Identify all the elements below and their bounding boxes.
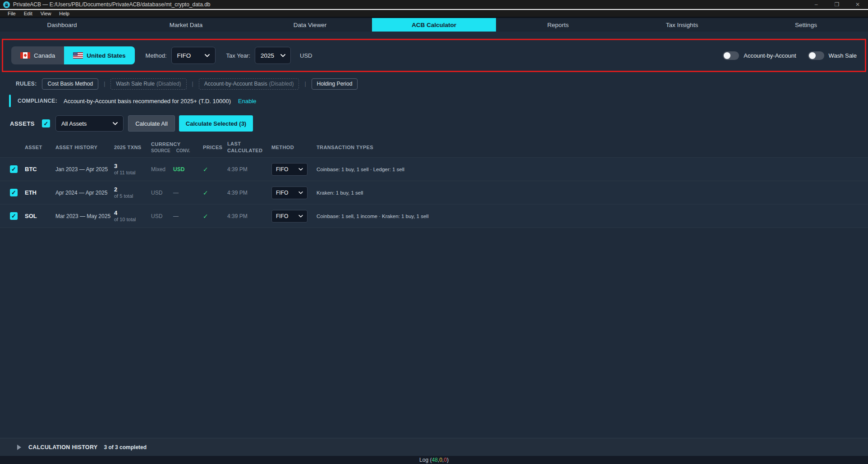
compliance-row: COMPLIANCE: Account-by-Account basis rec… [0,94,868,108]
prices-ok-icon: ✓ [203,213,227,220]
last-calculated-time: 4:39 PM [227,213,271,219]
calculator-settings-toolbar: Canada United States [2,39,866,72]
rule-chip-cost-basis[interactable]: Cost Basis Method [42,78,98,90]
rules-row: RULES: Cost Basis Method | Wash Sale Rul… [0,76,868,92]
calculate-all-button[interactable]: Calculate All [128,115,175,132]
prices-ok-icon: ✓ [203,189,227,196]
rule-separator: | [192,81,193,87]
assets-table-header: ASSET ASSET HISTORY 2025 TXNS CURRENCY S… [0,137,868,158]
tab-tax-insights[interactable]: Tax Insights [620,18,744,32]
col-header-txns: 2025 TXNS [114,145,151,150]
log-passed-count: 48 [432,457,437,463]
col-header-last-line2: CALCULATED [227,148,262,153]
window-title: PrivateACB — E:/Users/PBL/Documents/Priv… [13,1,211,8]
tab-reports[interactable]: Reports [496,18,620,32]
asset-history: Jan 2023 — Apr 2025 [55,166,114,173]
row-method-select[interactable]: FIFO [271,163,308,176]
rule-chip-holding-period[interactable]: Holding Period [312,78,358,90]
transaction-types: Kraken: 1 buy, 1 sell [317,190,868,196]
account-by-account-toggle[interactable] [723,51,739,60]
method-select[interactable]: FIFO [171,47,216,64]
txn-total: of 10 total [114,217,151,223]
col-header-types: TRANSACTION TYPES [317,145,868,150]
menu-file[interactable]: File [4,11,20,16]
col-header-conv: CONV. [176,148,190,153]
table-row-sol: ✓ SOL Mar 2023 — May 2025 4 of 10 total … [0,205,868,228]
asset-history: Apr 2024 — Apr 2025 [55,190,114,196]
close-icon[interactable]: ✕ [847,0,868,9]
calculate-selected-button[interactable]: Calculate Selected (3) [179,115,253,132]
asset-symbol: BTC [25,166,55,173]
base-currency-label: USD [300,52,312,59]
tab-acb-calculator[interactable]: ACB Calculator [372,18,496,32]
wash-sale-toggle[interactable] [808,51,824,60]
row-method-value: FIFO [276,213,288,219]
calculation-history-bar[interactable]: CALCULATION HISTORY 3 of 3 completed [0,438,868,456]
account-by-account-toggle-label: Account-by-Account [744,52,796,59]
asset-history: Mar 2023 — May 2025 [55,213,114,219]
expand-triangle-icon[interactable] [17,445,21,450]
calculation-history-label: CALCULATION HISTORY [28,444,97,450]
currency-source: Mixed [151,166,173,173]
log-prefix: Log ( [419,457,432,463]
rule-chip-disabled-suffix: (Disabled) [156,81,181,87]
chevron-down-icon [205,54,210,57]
rule-chip-text: Holding Period [317,81,353,87]
txn-total: of 11 total [114,170,151,176]
rule-chip-wash-sale[interactable]: Wash Sale Rule (Disabled) [110,78,186,90]
asset-filter-select[interactable]: All Assets [55,115,124,132]
currency-source: USD [151,213,173,219]
rules-label: RULES: [16,81,37,87]
row-method-select[interactable]: FIFO [271,187,308,199]
restore-icon[interactable]: ❐ [827,0,847,9]
method-select-value: FIFO [177,52,191,59]
rule-chip-text: Wash Sale Rule [116,81,155,87]
row-method-select[interactable]: FIFO [271,210,308,223]
wash-sale-toggle-label: Wash Sale [829,52,857,59]
log-suffix: ) [447,457,449,463]
asset-checkbox[interactable]: ✓ [10,189,18,196]
asset-checkbox[interactable]: ✓ [10,212,18,220]
tab-market-data[interactable]: Market Data [124,18,248,32]
txn-count: 3 [114,163,151,170]
toggle-knob [724,52,730,59]
table-row-eth: ✓ ETH Apr 2024 — Apr 2025 2 of 5 total U… [0,181,868,205]
col-header-asset: ASSET [25,145,55,150]
compliance-enable-link[interactable]: Enable [238,98,256,105]
us-flag-icon [73,52,83,59]
txn-count: 2 [114,186,151,193]
asset-checkbox[interactable]: ✓ [10,165,18,173]
row-method-value: FIFO [276,166,288,173]
txn-total: of 5 total [114,193,151,200]
log-status[interactable]: Log (48,0,0) [419,457,449,463]
main-content: Canada United States [0,32,868,438]
log-warning-count: 0 [439,457,442,463]
menu-edit[interactable]: Edit [20,11,37,16]
rule-separator: | [304,81,306,87]
assets-select-all-checkbox[interactable]: ✓ [42,119,50,127]
tab-dashboard[interactable]: Dashboard [0,18,124,32]
menu-bar: File Edit View Help [0,10,868,17]
tab-settings[interactable]: Settings [744,18,868,32]
rule-chip-account-basis[interactable]: Account-by-Account Basis (Disabled) [199,78,299,90]
currency-conv: — [173,213,203,219]
minimize-icon[interactable]: – [806,0,827,9]
col-header-source: SOURCE [151,148,170,153]
row-method-value: FIFO [276,190,288,196]
log-error-count: 0 [444,457,447,463]
country-us-button[interactable]: United States [64,46,134,64]
tax-year-select[interactable]: 2025 [255,47,291,64]
compliance-accent-bar [9,95,11,107]
country-canada-button[interactable]: Canada [11,46,64,64]
tab-data-viewer[interactable]: Data Viewer [248,18,372,32]
chevron-down-icon [280,54,285,57]
chevron-down-icon [299,168,303,171]
transaction-types: Coinbase: 1 buy, 1 sell · Ledger: 1 sell [317,167,868,172]
menu-help[interactable]: Help [55,11,73,16]
col-header-last-line1: LAST [227,141,241,146]
asset-filter-value: All Assets [61,120,87,127]
menu-view[interactable]: View [37,11,55,16]
asset-symbol: ETH [25,189,55,196]
col-header-prices: PRICES [203,145,227,150]
rule-chip-text: Account-by-Account Basis [204,81,267,87]
